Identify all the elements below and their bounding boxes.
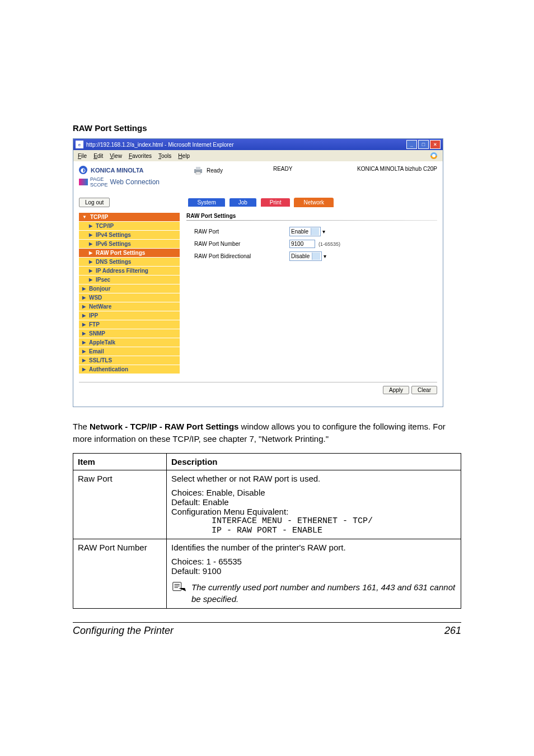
- menu-edit[interactable]: Edit: [93, 153, 103, 159]
- table-row: Raw Port Select whether or not RAW port …: [73, 470, 461, 539]
- settings-table: Item Description Raw Port Select whether…: [73, 453, 461, 609]
- svg-rect-3: [196, 167, 200, 170]
- panel-heading: RAW Port Settings: [186, 213, 437, 219]
- sidebar-item-bonjour[interactable]: ▶Bonjour: [79, 284, 180, 293]
- input-raw-port-number[interactable]: [289, 240, 315, 248]
- sidebar-item-ipv6[interactable]: ▶IPv6 Settings: [79, 240, 180, 249]
- menu-help[interactable]: Help: [178, 153, 190, 159]
- desc-line: Identifies the number of the printer's R…: [171, 543, 456, 552]
- sidebar-item-ipp[interactable]: ▶IPP: [79, 311, 180, 320]
- arrow-right-icon: ▶: [89, 241, 92, 246]
- cell-desc: Select whether or not RAW port is used. …: [167, 470, 461, 539]
- sidebar-item-snmp[interactable]: ▶SNMP: [79, 329, 180, 338]
- sidebar-item-ipfilter[interactable]: ▶IP Address Filtering: [79, 267, 180, 276]
- arrow-right-icon: ▶: [82, 313, 86, 318]
- clear-button[interactable]: Clear: [411, 386, 437, 394]
- sidebar-head-tcpip[interactable]: ▼ TCP/IP: [79, 213, 180, 222]
- sidebar-item-label: TCP/IP: [96, 223, 114, 229]
- arrow-right-icon: ▶: [82, 340, 86, 345]
- status-block: Ready: [193, 166, 223, 175]
- arrow-right-icon: ▶: [82, 295, 86, 300]
- menu-tools[interactable]: Tools: [158, 153, 171, 159]
- description-paragraph: The Network - TCP/IP - RAW Port Settings…: [73, 421, 461, 445]
- table-row: RAW Port Number Identifies the number of…: [73, 539, 461, 608]
- arrow-right-icon: ▶: [89, 232, 92, 237]
- sidebar-item-ipv4[interactable]: ▶IPv4 Settings: [79, 231, 180, 240]
- desc-mono: INTERFACE MENU - ETHERNET - TCP/ IP - RA…: [171, 516, 456, 535]
- sidebar-item-dns[interactable]: ▶DNS Settings: [79, 258, 180, 267]
- label-raw-port-bidir: RAW Port Bidirectional: [194, 253, 289, 259]
- sidebar-item-label: IPsec: [96, 277, 110, 283]
- sidebar-item-label: Email: [89, 348, 104, 354]
- chevron-down-icon: ▾: [322, 228, 325, 235]
- sidebar-item-netware[interactable]: ▶NetWare: [79, 302, 180, 311]
- menubar: File Edit View Favorites Tools Help: [73, 150, 443, 161]
- sidebar-item-label: Bonjour: [89, 286, 110, 292]
- close-button[interactable]: ×: [430, 140, 441, 149]
- brand-logo: ◐ KONICA MINOLTA: [79, 166, 160, 174]
- sidebar-item-ftp[interactable]: ▶FTP: [79, 320, 180, 329]
- pagescope-icon: [79, 179, 88, 185]
- tab-print[interactable]: Print: [261, 198, 291, 207]
- row-raw-port: RAW Port Enable ▾: [186, 225, 437, 238]
- para-pre: The: [73, 422, 90, 431]
- select-raw-port-bidir[interactable]: Disable ▾: [289, 251, 326, 261]
- desc-line: Configuration Menu Equivalent:: [171, 507, 456, 516]
- minimize-button[interactable]: _: [406, 140, 417, 149]
- arrow-right-icon: ▶: [82, 367, 86, 372]
- pagescope-prefix: PAGESCOPE: [90, 176, 108, 188]
- svg-point-1: [432, 154, 435, 157]
- sidebar-item-tcpip[interactable]: ▶TCP/IP: [79, 222, 180, 231]
- select-value: Disable: [291, 253, 310, 259]
- ie-logo-icon: [429, 151, 438, 160]
- menu-favorites[interactable]: Favorites: [129, 153, 152, 159]
- titlebar: e http://192.168.1.2/a_index.html - Micr…: [73, 139, 443, 150]
- window-title: http://192.168.1.2/a_index.html - Micros…: [86, 142, 406, 148]
- arrow-right-icon: ▶: [89, 259, 92, 264]
- menu-file[interactable]: File: [78, 153, 87, 159]
- sidebar-item-label: WSD: [89, 295, 102, 301]
- menu-view[interactable]: View: [110, 153, 122, 159]
- sidebar-item-label: Authentication: [89, 366, 128, 372]
- hint-raw-port-number: (1-65535): [318, 241, 340, 247]
- arrow-right-icon: ▶: [82, 349, 86, 354]
- desc-line: Choices: Enable, Disable: [171, 488, 456, 497]
- arrow-right-icon: ▶: [82, 322, 86, 327]
- label-raw-port-number: RAW Port Number: [194, 241, 289, 247]
- printer-icon: [193, 166, 203, 175]
- logout-button[interactable]: Log out: [79, 198, 110, 207]
- sidebar-item-auth[interactable]: ▶Authentication: [79, 365, 180, 374]
- main-panel: RAW Port Settings RAW Port Enable ▾ RAW …: [186, 213, 437, 374]
- sidebar-item-label: NetWare: [89, 304, 111, 310]
- spacer: [171, 552, 456, 557]
- panel-hr: [186, 220, 437, 221]
- apply-button[interactable]: Apply: [383, 386, 409, 394]
- sidebar-item-label: RAW Port Settings: [96, 250, 145, 256]
- sidebar-item-ssl[interactable]: ▶SSL/TLS: [79, 356, 180, 365]
- arrow-right-icon: ▶: [82, 304, 86, 309]
- chevron-down-icon: ▾: [324, 253, 326, 259]
- arrow-right-icon: ▶: [82, 286, 86, 291]
- sidebar-item-rawport[interactable]: ▶RAW Port Settings: [79, 249, 180, 258]
- sidebar-head-label: TCP/IP: [90, 214, 108, 220]
- status-label: Ready: [207, 167, 223, 174]
- tab-network[interactable]: Network: [294, 198, 333, 207]
- select-value: Enable: [291, 228, 308, 235]
- sidebar-item-ipsec[interactable]: ▶IPsec: [79, 276, 180, 284]
- select-raw-port[interactable]: Enable ▾: [289, 227, 325, 236]
- th-desc: Description: [167, 453, 461, 470]
- sidebar-item-wsd[interactable]: ▶WSD: [79, 293, 180, 302]
- model-name: KONICA MINOLTA bizhub C20P: [357, 166, 437, 172]
- maximize-button[interactable]: □: [418, 140, 429, 149]
- note-row: The currently used port number and numbe…: [171, 581, 456, 605]
- para-bold: Network - TCP/IP - RAW Port Settings: [90, 422, 238, 431]
- arrow-right-icon: ▶: [82, 331, 86, 336]
- sidebar-item-label: IP Address Filtering: [96, 268, 148, 274]
- sidebar-item-email[interactable]: ▶Email: [79, 347, 180, 356]
- tab-job[interactable]: Job: [229, 198, 256, 207]
- arrow-right-icon: ▶: [89, 250, 92, 255]
- sidebar-item-appletalk[interactable]: ▶AppleTalk: [79, 338, 180, 347]
- tab-system[interactable]: System: [188, 198, 224, 207]
- chevron-down-icon: ▼: [82, 214, 87, 220]
- brand-text: KONICA MINOLTA: [91, 167, 144, 174]
